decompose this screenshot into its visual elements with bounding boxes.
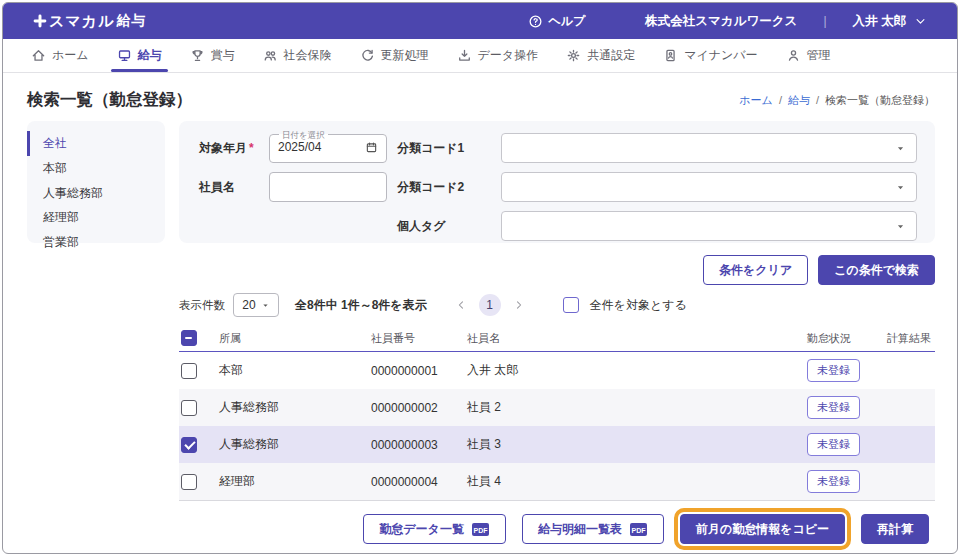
date-float-label: 日付を選択 — [279, 131, 328, 140]
attendance-data-list-button[interactable]: 勤怠データ一覧 PDF — [363, 514, 506, 544]
sidebar-item-accounting[interactable]: 経理部 — [27, 205, 165, 230]
logo-brand-text: スマカル — [49, 12, 114, 31]
button-wrap: 前月の勤怠情報をコピー PDF — [674, 508, 851, 550]
nav-item-home[interactable]: ホーム — [19, 39, 101, 72]
sidebar-item-hr-general-affairs[interactable]: 人事総務部 — [27, 181, 165, 206]
nav-item-bonus[interactable]: 賞与 — [178, 39, 247, 72]
page-number-button[interactable]: 1 — [479, 294, 501, 316]
table-row[interactable]: 経理部 0000000004 社員 4 未登録 — [179, 463, 935, 500]
caret-down-icon — [895, 182, 906, 193]
chevron-left-icon[interactable] — [455, 299, 467, 311]
search-form: 対象年月* 日付を選択 2025/04 分類コード1 社員名 分類コード2 — [179, 121, 935, 243]
cell-name: 社員 4 — [467, 473, 807, 490]
cell-name: 社員 2 — [467, 399, 807, 416]
clear-conditions-button[interactable]: 条件をクリア — [703, 255, 808, 285]
nav-item-payroll[interactable]: 給与 — [105, 39, 174, 72]
recalculate-button[interactable]: 再計算 PDF — [861, 514, 929, 544]
table-row[interactable]: 人事総務部 0000000003 社員 3 未登録 — [179, 426, 935, 463]
breadcrumb: ホーム / 給与 / 検索一覧（勤怠登録） — [739, 93, 935, 108]
target-month-input[interactable]: 日付を選択 2025/04 — [269, 131, 387, 163]
refresh-icon — [360, 48, 375, 63]
cell-emp-no: 0000000003 — [371, 438, 467, 452]
personal-tag-label: 個人タグ — [397, 218, 491, 235]
pagination: 1 — [455, 294, 525, 316]
header-checkbox[interactable] — [181, 330, 197, 346]
category-code1-label: 分類コード1 — [397, 140, 491, 157]
search-with-conditions-button[interactable]: この条件で検索 — [818, 255, 935, 285]
calendar-icon[interactable] — [365, 141, 378, 154]
table-row[interactable]: 本部 0000000001 入井 太郎 未登録 — [179, 352, 935, 389]
nav-item-data-operations[interactable]: データ操作 — [445, 39, 551, 72]
row-checkbox[interactable] — [181, 437, 197, 453]
app-logo[interactable]: スマカル 給与 — [33, 12, 146, 31]
breadcrumb-current: 検索一覧（勤怠登録） — [825, 93, 935, 108]
svg-text:PDF: PDF — [473, 526, 488, 533]
caret-down-icon — [261, 301, 270, 310]
cell-emp-no: 0000000002 — [371, 401, 467, 415]
attendance-status-badge[interactable]: 未登録 — [807, 470, 860, 493]
plus-icon — [33, 14, 47, 28]
department-sidebar: 全社 本部 人事総務部 経理部 営業部 — [27, 121, 165, 243]
nav-item-update-process[interactable]: 更新処理 — [348, 39, 441, 72]
employee-name-input[interactable] — [269, 172, 387, 202]
nav-item-common-settings[interactable]: 共通設定 — [554, 39, 647, 72]
app-window: スマカル 給与 ヘルプ 株式会社スマカルワークス | 入井 太郎 ホーム 給与 — [2, 2, 958, 554]
sidebar-item-sales[interactable]: 営業部 — [27, 230, 165, 255]
col-calc: 計算結果 — [887, 331, 935, 346]
select-all-label: 全件を対象とする — [590, 297, 687, 314]
page-title: 検索一覧（勤怠登録） — [27, 89, 192, 111]
svg-text:PDF: PDF — [631, 526, 646, 533]
pdf-icon: PDF — [471, 522, 490, 537]
row-checkbox[interactable] — [181, 400, 197, 416]
cell-name: 入井 太郎 — [467, 362, 807, 379]
user-menu[interactable]: 入井 太郎 — [853, 13, 927, 30]
user-name: 入井 太郎 — [853, 13, 906, 30]
copy-previous-month-attendance-button[interactable]: 前月の勤怠情報をコピー PDF — [680, 514, 845, 544]
nav-item-mynumber[interactable]: マイナンバー — [651, 39, 769, 72]
footer-actions: 勤怠データ一覧 PDF 給与明細一覧表 PDF 前月の勤怠情報をコピー PDF — [179, 501, 935, 554]
attendance-status-badge[interactable]: 未登録 — [807, 359, 860, 382]
help-link[interactable]: ヘルプ — [528, 13, 585, 30]
category-code2-select[interactable] — [501, 172, 917, 202]
topbar-divider: | — [823, 14, 826, 28]
pdf-icon: PDF — [629, 522, 648, 537]
home-icon — [31, 48, 46, 63]
breadcrumb-section[interactable]: 給与 — [788, 93, 810, 108]
company-name: 株式会社スマカルワークス — [645, 13, 797, 30]
cell-emp-no: 0000000004 — [371, 475, 467, 489]
table-row[interactable]: 人事総務部 0000000002 社員 2 未登録 — [179, 389, 935, 426]
cell-emp-no: 0000000001 — [371, 364, 467, 378]
cell-dept: 人事総務部 — [219, 399, 371, 416]
top-bar: スマカル 給与 ヘルプ 株式会社スマカルワークス | 入井 太郎 — [3, 3, 957, 39]
help-icon — [528, 14, 543, 29]
personal-tag-select[interactable] — [501, 211, 917, 241]
nav-item-social-insurance[interactable]: 社会保険 — [251, 39, 344, 72]
sidebar-item-headquarters[interactable]: 本部 — [27, 156, 165, 181]
attendance-status-badge[interactable]: 未登録 — [807, 396, 860, 419]
attendance-status-badge[interactable]: 未登録 — [807, 433, 860, 456]
cell-dept: 人事総務部 — [219, 436, 371, 453]
target-month-label: 対象年月* — [199, 140, 259, 157]
trophy-icon — [190, 48, 205, 63]
chevron-right-icon[interactable] — [513, 299, 525, 311]
result-count-text: 全8件中 1件～8件を表示 — [295, 297, 427, 314]
row-checkbox[interactable] — [181, 474, 197, 490]
button-wrap: 再計算 PDF — [855, 508, 935, 550]
payslip-list-button[interactable]: 給与明細一覧表 PDF — [522, 514, 664, 544]
button-wrap: 勤怠データ一覧 PDF — [357, 508, 512, 550]
nav-item-admin[interactable]: 管理 — [774, 39, 843, 72]
page-size-value: 20 — [242, 298, 255, 312]
row-checkbox[interactable] — [181, 363, 197, 379]
col-emp-no: 社員番号 — [371, 331, 467, 346]
sidebar-item-all-company[interactable]: 全社 — [27, 131, 165, 156]
breadcrumb-home[interactable]: ホーム — [739, 93, 773, 108]
button-wrap: 給与明細一覧表 PDF — [516, 508, 670, 550]
select-all-checkbox[interactable] — [563, 297, 579, 313]
cell-dept: 経理部 — [219, 473, 371, 490]
col-name: 社員名 — [467, 331, 807, 346]
page-size-select[interactable]: 20 — [233, 293, 279, 317]
employee-table: 所属 社員番号 社員名 勤怠状況 計算結果 本部 0000000001 入井 太… — [179, 325, 935, 501]
chevron-down-icon — [914, 15, 927, 28]
category-code1-select[interactable] — [501, 133, 917, 163]
required-mark: * — [249, 141, 254, 155]
